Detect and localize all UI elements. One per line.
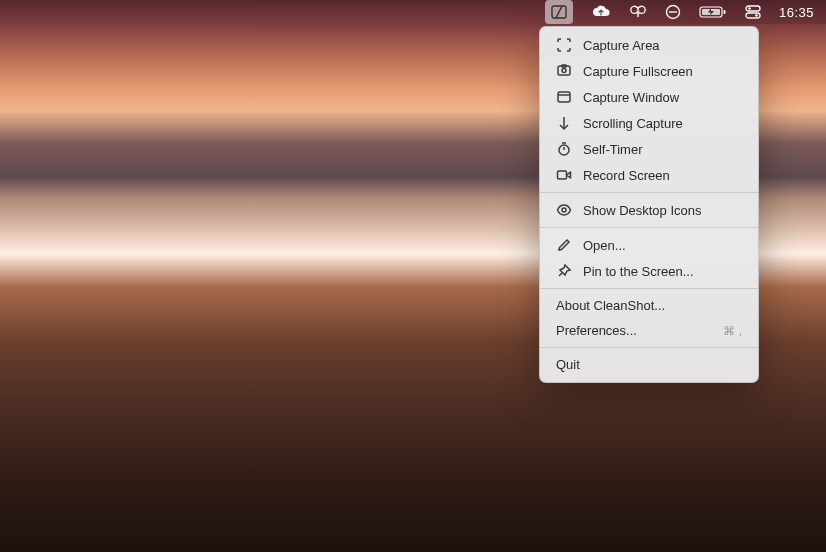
pencil-icon [556,237,572,253]
menu-item-label: Scrolling Capture [583,116,742,131]
menu-separator [540,288,758,289]
svg-rect-4 [723,10,725,14]
menu-separator [540,192,758,193]
svg-point-11 [562,69,566,73]
menu-item-label: Capture Area [583,38,742,53]
menu-shortcut: ⌘ , [723,324,742,338]
menubar-clock[interactable]: 16:35 [779,0,814,24]
menu-item-label: Open... [583,238,742,253]
cleanshot-menu: Capture Area Capture Fullscreen Capture … [539,26,759,383]
menu-capture-area[interactable]: Capture Area [540,32,758,58]
menu-capture-fullscreen[interactable]: Capture Fullscreen [540,58,758,84]
menu-separator [540,227,758,228]
svg-rect-19 [558,171,567,179]
menu-pin-to-screen[interactable]: Pin to the Screen... [540,258,758,284]
control-center-icon[interactable] [745,0,761,24]
menu-item-label: Self-Timer [583,142,742,157]
svg-rect-8 [746,13,760,18]
menu-capture-window[interactable]: Capture Window [540,84,758,110]
scrolling-capture-icon [556,115,572,131]
menubar: 16:35 [0,0,826,24]
menu-item-label: Capture Fullscreen [583,64,742,79]
menu-about[interactable]: About CleanShot... [540,293,758,318]
svg-rect-6 [746,6,760,11]
menu-show-desktop-icons[interactable]: Show Desktop Icons [540,197,758,223]
self-timer-icon [556,141,572,157]
pin-icon [556,263,572,279]
svg-rect-13 [558,92,570,102]
eye-icon [556,202,572,218]
menu-item-label: About CleanShot... [556,298,742,313]
svg-line-21 [559,273,563,277]
capture-fullscreen-icon [556,63,572,79]
menu-preferences[interactable]: Preferences... ⌘ , [540,318,758,343]
capture-area-icon [556,37,572,53]
menu-item-label: Show Desktop Icons [583,203,742,218]
butterfly-icon[interactable] [629,0,647,24]
menu-item-label: Quit [556,357,742,372]
do-not-disturb-icon[interactable] [665,0,681,24]
menu-item-label: Capture Window [583,90,742,105]
cloud-upload-icon[interactable] [591,0,611,24]
menu-self-timer[interactable]: Self-Timer [540,136,758,162]
record-screen-icon [556,167,572,183]
menu-item-label: Record Screen [583,168,742,183]
cleanshot-menubar-icon[interactable] [545,0,573,24]
menu-item-label: Pin to the Screen... [583,264,742,279]
menu-scrolling-capture[interactable]: Scrolling Capture [540,110,758,136]
svg-point-20 [562,208,566,212]
svg-point-7 [748,7,751,10]
capture-window-icon [556,89,572,105]
menu-open[interactable]: Open... [540,232,758,258]
menu-separator [540,347,758,348]
svg-point-9 [755,14,758,17]
menu-quit[interactable]: Quit [540,352,758,377]
menu-record-screen[interactable]: Record Screen [540,162,758,188]
menu-item-label: Preferences... [556,323,712,338]
battery-charging-icon[interactable] [699,0,727,24]
